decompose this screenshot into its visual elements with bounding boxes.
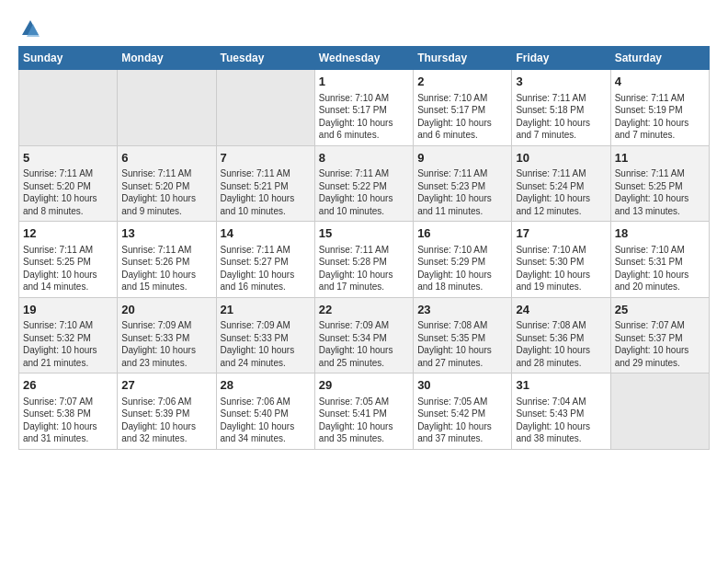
daylight-text: Daylight: 10 hours and 8 minutes. (23, 193, 97, 216)
day-number: 24 (516, 302, 606, 318)
sunset-text: Sunset: 5:40 PM (221, 408, 289, 419)
calendar-cell (118, 70, 216, 146)
sunset-text: Sunset: 5:26 PM (121, 257, 189, 267)
sunset-text: Sunset: 5:20 PM (23, 181, 91, 191)
weekday-header: Wednesday (314, 47, 413, 70)
sunrise-text: Sunrise: 7:11 AM (615, 168, 685, 178)
daylight-text: Daylight: 10 hours and 13 minutes. (615, 193, 689, 216)
day-number: 29 (319, 377, 409, 394)
calendar-week-row: 1Sunrise: 7:10 AMSunset: 5:17 PMDaylight… (19, 70, 710, 146)
day-number: 23 (417, 302, 507, 318)
sunset-text: Sunset: 5:30 PM (516, 257, 584, 267)
sunrise-text: Sunrise: 7:06 AM (221, 396, 290, 407)
daylight-text: Daylight: 10 hours and 35 minutes. (319, 421, 393, 444)
day-number: 9 (417, 150, 507, 167)
daylight-text: Daylight: 10 hours and 19 minutes. (516, 270, 590, 293)
calendar-cell: 14Sunrise: 7:11 AMSunset: 5:27 PMDayligh… (216, 222, 314, 298)
sunset-text: Sunset: 5:32 PM (23, 333, 91, 343)
calendar-week-row: 19Sunrise: 7:10 AMSunset: 5:32 PMDayligh… (19, 297, 710, 373)
day-number: 20 (121, 302, 211, 318)
sunset-text: Sunset: 5:28 PM (319, 257, 387, 267)
sunset-text: Sunset: 5:29 PM (417, 257, 485, 267)
daylight-text: Daylight: 10 hours and 15 minutes. (121, 270, 196, 293)
daylight-text: Daylight: 10 hours and 27 minutes. (417, 345, 492, 368)
day-number: 27 (121, 377, 211, 394)
calendar-cell: 18Sunrise: 7:10 AMSunset: 5:31 PMDayligh… (610, 222, 709, 298)
calendar-cell: 8Sunrise: 7:11 AMSunset: 5:22 PMDaylight… (314, 145, 413, 222)
day-number: 30 (417, 377, 507, 394)
logo-icon (20, 18, 40, 39)
day-number: 21 (221, 302, 311, 318)
calendar-cell: 26Sunrise: 7:07 AMSunset: 5:38 PMDayligh… (19, 373, 118, 450)
sunrise-text: Sunrise: 7:11 AM (23, 245, 93, 255)
calendar-cell: 20Sunrise: 7:09 AMSunset: 5:33 PMDayligh… (118, 297, 216, 373)
calendar-cell: 30Sunrise: 7:05 AMSunset: 5:42 PMDayligh… (414, 373, 512, 450)
daylight-text: Daylight: 10 hours and 6 minutes. (319, 118, 393, 141)
sunset-text: Sunset: 5:27 PM (221, 257, 289, 267)
calendar-cell: 10Sunrise: 7:11 AMSunset: 5:24 PMDayligh… (512, 145, 610, 222)
daylight-text: Daylight: 10 hours and 17 minutes. (319, 270, 393, 293)
calendar-cell: 27Sunrise: 7:06 AMSunset: 5:39 PMDayligh… (118, 373, 216, 450)
daylight-text: Daylight: 10 hours and 7 minutes. (516, 118, 590, 141)
sunrise-text: Sunrise: 7:08 AM (516, 320, 586, 330)
calendar-cell: 3Sunrise: 7:11 AMSunset: 5:18 PMDaylight… (512, 70, 610, 146)
sunrise-text: Sunrise: 7:10 AM (417, 93, 487, 103)
sunrise-text: Sunrise: 7:11 AM (121, 245, 191, 255)
calendar-cell: 13Sunrise: 7:11 AMSunset: 5:26 PMDayligh… (118, 222, 216, 298)
daylight-text: Daylight: 10 hours and 31 minutes. (23, 421, 97, 444)
calendar-cell: 21Sunrise: 7:09 AMSunset: 5:33 PMDayligh… (216, 297, 314, 373)
daylight-text: Daylight: 10 hours and 23 minutes. (121, 345, 196, 368)
calendar-cell: 9Sunrise: 7:11 AMSunset: 5:23 PMDaylight… (414, 145, 512, 222)
calendar-cell (216, 70, 314, 146)
day-number: 7 (221, 150, 311, 167)
sunset-text: Sunset: 5:22 PM (319, 181, 387, 191)
day-number: 22 (319, 302, 409, 318)
calendar-cell: 29Sunrise: 7:05 AMSunset: 5:41 PMDayligh… (314, 373, 413, 450)
weekday-header: Monday (118, 47, 216, 70)
sunset-text: Sunset: 5:34 PM (319, 333, 387, 343)
calendar-week-row: 12Sunrise: 7:11 AMSunset: 5:25 PMDayligh… (19, 222, 710, 298)
sunrise-text: Sunrise: 7:11 AM (23, 168, 93, 178)
sunset-text: Sunset: 5:39 PM (121, 408, 189, 419)
daylight-text: Daylight: 10 hours and 37 minutes. (417, 421, 492, 444)
calendar-cell: 28Sunrise: 7:06 AMSunset: 5:40 PMDayligh… (216, 373, 314, 450)
sunset-text: Sunset: 5:17 PM (319, 105, 387, 115)
calendar-cell (19, 70, 118, 146)
day-number: 10 (516, 150, 606, 167)
sunset-text: Sunset: 5:25 PM (615, 181, 683, 191)
sunrise-text: Sunrise: 7:05 AM (319, 396, 389, 407)
sunset-text: Sunset: 5:25 PM (23, 257, 91, 267)
sunset-text: Sunset: 5:36 PM (516, 333, 584, 343)
calendar-cell: 25Sunrise: 7:07 AMSunset: 5:37 PMDayligh… (610, 297, 709, 373)
daylight-text: Daylight: 10 hours and 32 minutes. (121, 421, 196, 444)
day-number: 12 (23, 225, 113, 242)
day-number: 15 (319, 225, 409, 242)
calendar-cell: 4Sunrise: 7:11 AMSunset: 5:19 PMDaylight… (610, 70, 709, 146)
day-number: 6 (121, 150, 211, 167)
sunrise-text: Sunrise: 7:10 AM (319, 93, 389, 103)
calendar-week-row: 26Sunrise: 7:07 AMSunset: 5:38 PMDayligh… (19, 373, 710, 450)
day-number: 17 (516, 225, 606, 242)
calendar-cell: 15Sunrise: 7:11 AMSunset: 5:28 PMDayligh… (314, 222, 413, 298)
calendar-cell: 22Sunrise: 7:09 AMSunset: 5:34 PMDayligh… (314, 297, 413, 373)
sunset-text: Sunset: 5:23 PM (417, 181, 485, 191)
daylight-text: Daylight: 10 hours and 16 minutes. (221, 270, 295, 293)
day-number: 1 (319, 74, 409, 90)
calendar-cell: 17Sunrise: 7:10 AMSunset: 5:30 PMDayligh… (512, 222, 610, 298)
sunrise-text: Sunrise: 7:05 AM (417, 396, 487, 407)
sunrise-text: Sunrise: 7:10 AM (417, 245, 487, 255)
calendar-cell: 31Sunrise: 7:04 AMSunset: 5:43 PMDayligh… (512, 373, 610, 450)
sunrise-text: Sunrise: 7:10 AM (615, 245, 685, 255)
sunset-text: Sunset: 5:38 PM (23, 408, 91, 419)
sunrise-text: Sunrise: 7:11 AM (221, 245, 290, 255)
weekday-header: Thursday (414, 47, 512, 70)
daylight-text: Daylight: 10 hours and 10 minutes. (221, 193, 295, 216)
sunrise-text: Sunrise: 7:09 AM (221, 320, 290, 330)
sunrise-text: Sunrise: 7:08 AM (417, 320, 487, 330)
daylight-text: Daylight: 10 hours and 14 minutes. (23, 270, 97, 293)
weekday-header-row: SundayMondayTuesdayWednesdayThursdayFrid… (19, 47, 710, 70)
sunrise-text: Sunrise: 7:09 AM (319, 320, 389, 330)
daylight-text: Daylight: 10 hours and 20 minutes. (615, 270, 689, 293)
sunrise-text: Sunrise: 7:11 AM (319, 245, 389, 255)
calendar-cell: 6Sunrise: 7:11 AMSunset: 5:20 PMDaylight… (118, 145, 216, 222)
